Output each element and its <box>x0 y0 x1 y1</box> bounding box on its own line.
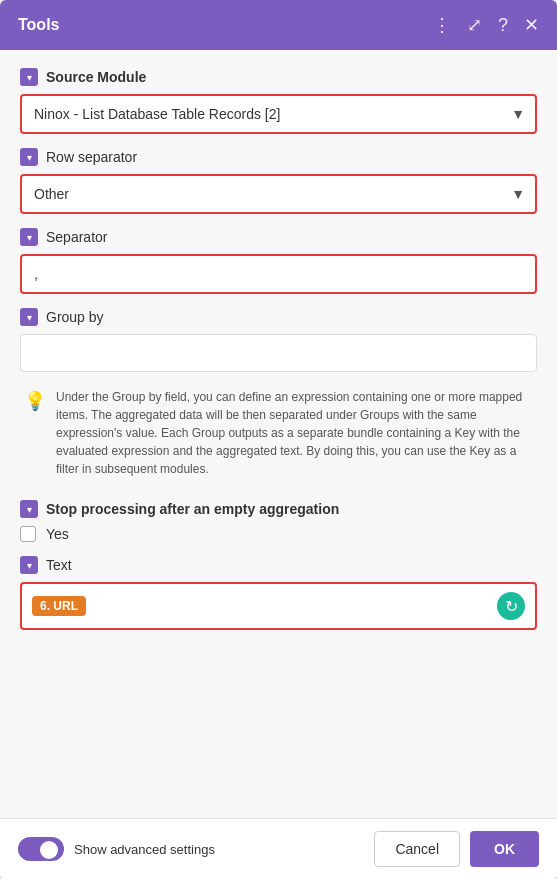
section-row-separator-header: ▾ Row separator <box>20 148 537 166</box>
row-separator-select[interactable]: Other Comma Semicolon Tab Newline <box>22 176 535 212</box>
text-field-wrapper[interactable]: 6. URL ↻ <box>20 582 537 630</box>
ok-button[interactable]: OK <box>470 831 539 867</box>
cancel-button[interactable]: Cancel <box>374 831 460 867</box>
dialog: Tools ⋮ ⤢ ? ✕ ▾ Source Module Ninox - Li… <box>0 0 557 879</box>
group-by-hint-text: Under the Group by field, you can define… <box>56 388 533 478</box>
text-refresh-icon[interactable]: ↻ <box>497 592 525 620</box>
footer-buttons: Cancel OK <box>374 831 539 867</box>
source-module-select-wrapper: Ninox - List Database Table Records [2] … <box>20 94 537 134</box>
section-group-by-header: ▾ Group by <box>20 308 537 326</box>
dialog-title: Tools <box>18 16 59 34</box>
separator-chevron[interactable]: ▾ <box>20 228 38 246</box>
help-icon[interactable]: ? <box>498 15 508 36</box>
source-module-select[interactable]: Ninox - List Database Table Records [2] <box>22 96 535 132</box>
row-separator-chevron[interactable]: ▾ <box>20 148 38 166</box>
group-by-label: Group by <box>46 309 104 325</box>
text-label: Text <box>46 557 72 573</box>
source-module-chevron[interactable]: ▾ <box>20 68 38 86</box>
section-stop-processing-header: ▾ Stop processing after an empty aggrega… <box>20 500 537 518</box>
text-tag-pill: 6. URL <box>32 596 86 616</box>
separator-label: Separator <box>46 229 107 245</box>
content-area: ▾ Source Module Ninox - List Database Ta… <box>0 50 557 818</box>
expand-icon[interactable]: ⤢ <box>467 14 482 36</box>
footer-left: Show advanced settings <box>18 837 215 861</box>
stop-processing-label: Stop processing after an empty aggregati… <box>46 501 339 517</box>
stop-processing-chevron[interactable]: ▾ <box>20 500 38 518</box>
section-source-module: ▾ Source Module Ninox - List Database Ta… <box>20 68 537 134</box>
dialog-footer: Show advanced settings Cancel OK <box>0 818 557 879</box>
show-advanced-label: Show advanced settings <box>74 842 215 857</box>
menu-icon[interactable]: ⋮ <box>433 14 451 36</box>
advanced-settings-toggle[interactable] <box>18 837 64 861</box>
row-separator-label: Row separator <box>46 149 137 165</box>
stop-processing-checkbox[interactable] <box>20 526 36 542</box>
source-module-label: Source Module <box>46 69 146 85</box>
text-chevron[interactable]: ▾ <box>20 556 38 574</box>
stop-processing-yes-label: Yes <box>46 526 69 542</box>
header-icons: ⋮ ⤢ ? ✕ <box>433 14 539 36</box>
group-by-hint-box: 💡 Under the Group by field, you can defi… <box>20 380 537 486</box>
separator-input-wrapper <box>20 254 537 294</box>
hint-bulb-icon: 💡 <box>24 390 46 478</box>
stop-processing-checkbox-row: Yes <box>20 526 537 542</box>
section-stop-processing: ▾ Stop processing after an empty aggrega… <box>20 500 537 542</box>
separator-input[interactable] <box>22 256 535 292</box>
section-row-separator: ▾ Row separator Other Comma Semicolon Ta… <box>20 148 537 214</box>
close-icon[interactable]: ✕ <box>524 14 539 36</box>
group-by-chevron[interactable]: ▾ <box>20 308 38 326</box>
toggle-knob <box>40 841 58 859</box>
section-separator-header: ▾ Separator <box>20 228 537 246</box>
row-separator-select-wrapper: Other Comma Semicolon Tab Newline ▼ <box>20 174 537 214</box>
group-by-input[interactable] <box>20 334 537 372</box>
section-source-module-header: ▾ Source Module <box>20 68 537 86</box>
section-separator: ▾ Separator <box>20 228 537 294</box>
dialog-header: Tools ⋮ ⤢ ? ✕ <box>0 0 557 50</box>
section-group-by: ▾ Group by 💡 Under the Group by field, y… <box>20 308 537 486</box>
section-text-header: ▾ Text <box>20 556 537 574</box>
section-text: ▾ Text 6. URL ↻ <box>20 556 537 630</box>
